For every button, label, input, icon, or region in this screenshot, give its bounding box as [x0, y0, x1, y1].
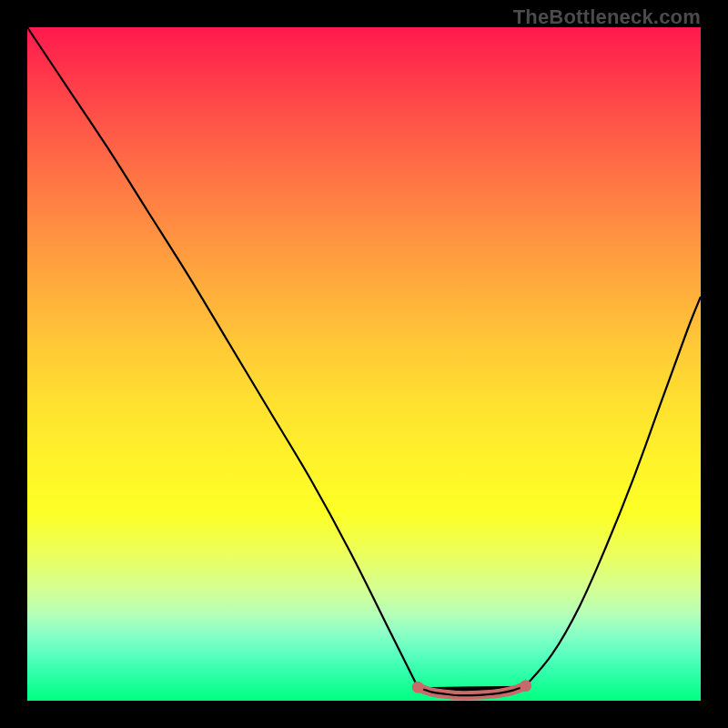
attribution-label: TheBottleneck.com — [513, 5, 701, 29]
curve-right — [526, 297, 701, 686]
chart-frame: TheBottleneck.com — [0, 0, 728, 728]
flat-endpoint-dot — [412, 682, 424, 693]
curve-layer — [27, 27, 701, 701]
flat-endpoint-dot — [520, 680, 531, 692]
plot-area — [27, 27, 701, 701]
curve-left — [27, 27, 418, 687]
